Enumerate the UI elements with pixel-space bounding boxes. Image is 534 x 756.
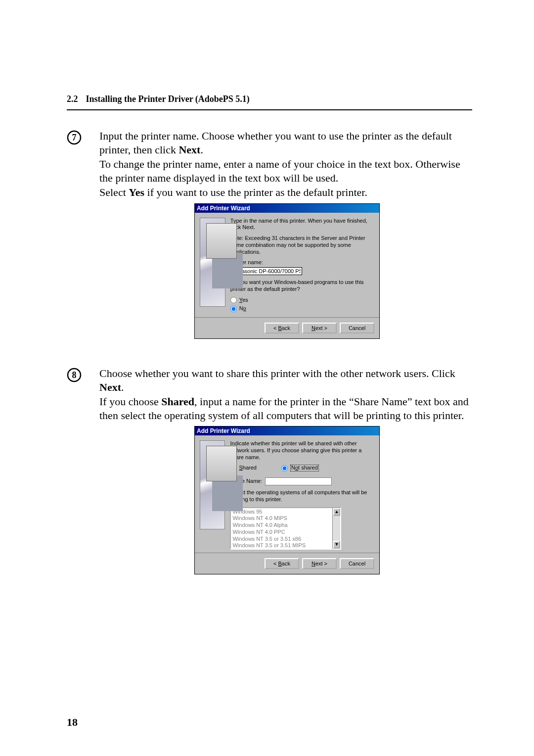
cancel-button[interactable]: Cancel <box>340 558 374 569</box>
section-title: Installing the Printer Driver (AdobePS 5… <box>86 94 250 104</box>
wizard-titlebar: Add Printer Wizard <box>195 204 379 213</box>
os-item[interactable]: Windows NT 4.0 Alpha <box>232 522 331 529</box>
text: If you choose <box>99 395 161 408</box>
wizard-share-dialog: Add Printer Wizard Indicate whether this… <box>194 426 380 574</box>
back-button[interactable]: < Back <box>265 558 299 569</box>
printer-name-label: Printer name: <box>230 259 374 266</box>
wizard-intro: Type in the name of this printer. When y… <box>230 218 374 232</box>
radio-not-shared[interactable] <box>281 465 288 472</box>
text: Select <box>99 186 129 198</box>
wizard-body: Type in the name of this printer. When y… <box>195 213 379 318</box>
section-number: 2.2 <box>67 94 78 104</box>
radio-yes-row[interactable]: Yes <box>230 297 374 304</box>
wizard-share-intro: Indicate whether this printer will be sh… <box>230 440 374 461</box>
radio-no[interactable] <box>230 306 237 312</box>
os-listbox[interactable]: Windows 95 Windows NT 4.0 MIPS Windows N… <box>230 507 341 550</box>
step-8-para-1: Choose whether you want to share this pr… <box>99 367 472 394</box>
os-item[interactable]: Windows 95 <box>232 509 331 516</box>
step-7-para-3: Select Yes if you want to use the printe… <box>99 186 472 199</box>
text-bold: Next <box>99 381 121 393</box>
radio-no-label: No <box>239 305 246 312</box>
text-bold: Shared <box>161 395 194 408</box>
os-item[interactable]: Windows NT 4.0 PPC <box>232 529 331 536</box>
wizard-side-image <box>200 440 225 529</box>
os-prompt: Select the operating systems of all comp… <box>230 489 374 503</box>
step-7-para-2: To change the printer name, enter a name… <box>99 157 472 185</box>
page: 2.2Installing the Printer Driver (AdobeP… <box>0 0 534 756</box>
svg-text:8: 8 <box>72 370 77 380</box>
os-list-items: Windows 95 Windows NT 4.0 MIPS Windows N… <box>231 508 332 549</box>
default-printer-question: Do you want your Windows-based programs … <box>230 279 374 293</box>
step-8-marker-icon: 8 <box>67 368 82 382</box>
wizard-name-dialog: Add Printer Wizard Type in the name of t… <box>194 203 380 339</box>
next-button[interactable]: Next > <box>302 558 337 569</box>
scrollbar[interactable]: ▲ ▼ <box>332 508 340 549</box>
radio-shared-label: Shared <box>239 465 256 472</box>
wizard-side-image <box>200 218 225 307</box>
text-bold: Yes <box>129 186 144 198</box>
cancel-button[interactable]: Cancel <box>340 323 374 333</box>
text: Choose whether you want to share this pr… <box>99 367 455 379</box>
share-radio-group: Shared Not shared <box>230 465 374 473</box>
page-number: 18 <box>67 716 78 729</box>
radio-yes[interactable] <box>230 297 237 303</box>
wizard-body: Indicate whether this printer will be sh… <box>195 435 379 553</box>
text: . <box>200 143 203 156</box>
section-heading: 2.2Installing the Printer Driver (AdobeP… <box>67 94 472 104</box>
wizard-note: Note: Exceeding 31 characters in the Ser… <box>230 235 374 255</box>
step-8-body: Choose whether you want to share this pr… <box>99 367 472 589</box>
radio-not-shared-label: Not shared <box>290 465 319 472</box>
step-7-para-1: Input the printer name. Choose whether y… <box>99 129 472 156</box>
radio-yes-label: Yes <box>239 297 248 304</box>
step-7: 7 Input the printer name. Choose whether… <box>67 129 472 354</box>
text: if you want to use the printer as the de… <box>144 186 367 198</box>
next-button[interactable]: Next > <box>302 323 337 333</box>
wizard-footer: < Back Next > Cancel <box>195 317 379 338</box>
wizard-footer: < Back Next > Cancel <box>195 553 379 574</box>
text: . <box>121 381 124 393</box>
step-7-marker-icon: 7 <box>67 130 82 145</box>
back-button[interactable]: < Back <box>265 323 299 333</box>
scroll-up-icon[interactable]: ▲ <box>333 508 340 516</box>
divider <box>67 109 472 110</box>
step-7-body: Input the printer name. Choose whether y… <box>99 129 472 354</box>
text-bold: Next <box>178 143 200 156</box>
os-item[interactable]: Windows NT 3.5 or 3.51 x86 <box>232 536 331 543</box>
os-item[interactable]: Windows NT 4.0 MIPS <box>232 515 331 522</box>
radio-no-row[interactable]: No <box>230 305 374 312</box>
step-8-para-2: If you choose Shared, input a name for t… <box>99 395 472 422</box>
radio-not-shared-row[interactable]: Not shared <box>281 465 319 472</box>
wizard-titlebar: Add Printer Wizard <box>195 426 379 435</box>
printer-name-input[interactable] <box>230 267 302 275</box>
scroll-down-icon[interactable]: ▼ <box>333 541 340 549</box>
step-8: 8 Choose whether you want to share this … <box>67 367 472 589</box>
os-item[interactable]: Windows NT 3.5 or 3.51 MIPS <box>232 542 331 549</box>
share-name-input[interactable] <box>265 477 332 485</box>
share-name-row: Share Name: <box>230 477 374 485</box>
svg-text:7: 7 <box>72 133 77 142</box>
wizard-content: Type in the name of this printer. When y… <box>230 218 374 315</box>
wizard-content: Indicate whether this printer will be sh… <box>230 440 374 550</box>
text: Input the printer name. Choose whether y… <box>99 130 452 156</box>
